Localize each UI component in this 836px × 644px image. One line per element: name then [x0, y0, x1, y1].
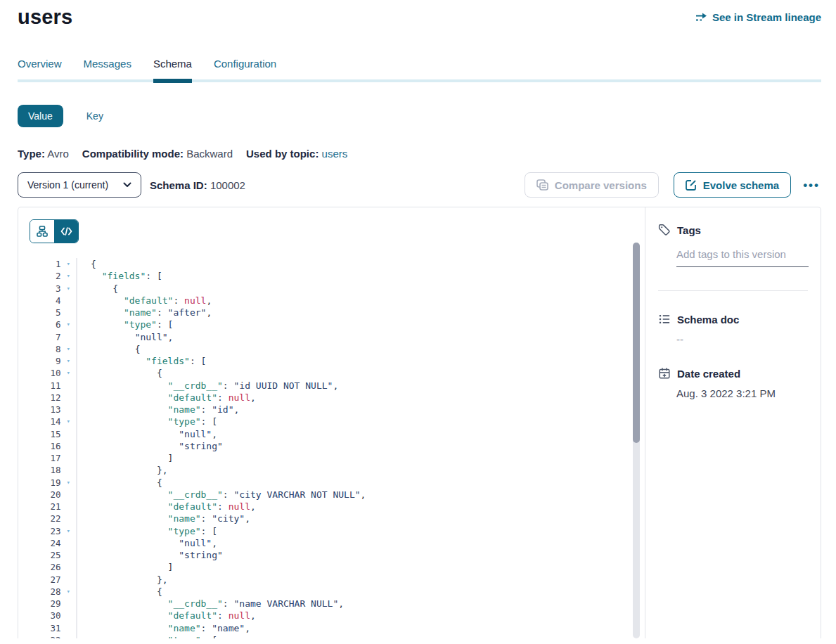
fold-spacer — [61, 404, 76, 416]
calendar-plus-icon — [658, 367, 671, 380]
add-tags-input[interactable] — [676, 248, 809, 267]
line-number: 14 — [18, 416, 61, 427]
line-number: 29 — [18, 598, 61, 610]
fold-toggle-icon[interactable]: ▾ — [61, 416, 76, 427]
code-line: 16 "string" — [18, 440, 645, 452]
sidebar-divider — [658, 290, 808, 291]
code-text: "default": null, — [77, 392, 256, 404]
fold-spacer — [61, 537, 76, 549]
line-number: 3 — [18, 283, 61, 295]
chevron-down-icon — [123, 182, 131, 188]
code-line: 23▾ "type": [ — [18, 525, 645, 537]
code-text: { — [77, 258, 96, 270]
line-number: 31 — [18, 622, 61, 634]
evolve-schema-button[interactable]: Evolve schema — [674, 172, 791, 198]
tree-view-icon — [37, 226, 48, 237]
fold-toggle-icon[interactable]: ▾ — [61, 343, 76, 355]
tab-configuration[interactable]: Configuration — [214, 53, 276, 79]
fold-toggle-icon[interactable]: ▾ — [61, 477, 76, 489]
code-text: "__crdb__": "id UUID NOT NULL", — [77, 380, 338, 392]
code-line: 30 "default": null, — [18, 610, 645, 622]
topic-link[interactable]: users — [322, 148, 348, 160]
version-select[interactable]: Version 1 (current) — [18, 172, 141, 198]
tab-messages[interactable]: Messages — [84, 53, 131, 79]
fold-toggle-icon[interactable]: ▾ — [61, 258, 76, 270]
code-line: 24 "null", — [18, 537, 645, 549]
stream-lineage-icon — [695, 13, 707, 22]
code-text: { — [77, 477, 162, 489]
code-line: 31 "name": "name", — [18, 622, 645, 634]
line-number: 30 — [18, 610, 61, 622]
fold-spacer — [61, 307, 76, 318]
fold-spacer — [61, 464, 76, 476]
code-text: "__crdb__": "city VARCHAR NOT NULL", — [77, 489, 366, 501]
code-line: 19▾ { — [18, 477, 645, 489]
fold-spacer — [61, 489, 76, 501]
line-number: 7 — [18, 331, 61, 343]
fold-toggle-icon[interactable]: ▾ — [61, 270, 76, 282]
key-toggle-link[interactable]: Key — [86, 110, 103, 122]
compare-versions-button[interactable]: Compare versions — [525, 172, 659, 198]
schema-panel: 1▾{2▾ "fields": [3▾ {4 "default": null,5… — [18, 207, 821, 638]
code-text: "string" — [77, 440, 223, 452]
code-line: 10▾ { — [18, 367, 645, 379]
line-number: 26 — [18, 561, 61, 573]
line-number: 10 — [18, 367, 61, 379]
line-number: 28 — [18, 586, 61, 598]
tab-bar: Overview Messages Schema Configuration — [18, 53, 821, 82]
value-toggle-button[interactable]: Value — [18, 105, 63, 127]
code-line: 5 "name": "after", — [18, 307, 645, 318]
date-created-title: Date created — [677, 368, 740, 380]
code-text: "string" — [77, 549, 223, 561]
code-text: "name": "id", — [77, 404, 239, 416]
fold-toggle-icon[interactable]: ▾ — [61, 283, 76, 295]
code-line: 14▾ "type": [ — [18, 416, 645, 427]
line-number: 2 — [18, 270, 61, 282]
code-line: 11 "__crdb__": "id UUID NOT NULL", — [18, 380, 645, 392]
schema-doc-value: -- — [676, 333, 808, 345]
tags-section-header: Tags — [658, 224, 808, 236]
line-number: 16 — [18, 440, 61, 452]
code-line: 4 "default": null, — [18, 295, 645, 307]
schema-doc-header: Schema doc — [658, 313, 808, 326]
line-number: 27 — [18, 574, 61, 586]
stream-lineage-link[interactable]: See in Stream lineage — [695, 11, 821, 23]
fold-spacer — [61, 295, 76, 307]
code-view-button[interactable] — [54, 220, 78, 243]
code-text: { — [77, 586, 162, 598]
fold-toggle-icon[interactable]: ▾ — [61, 634, 76, 638]
code-text: "type": [ — [77, 634, 217, 638]
code-editor-lines: 1▾{2▾ "fields": [3▾ {4 "default": null,5… — [18, 258, 645, 638]
more-actions-menu[interactable]: ••• — [802, 176, 821, 194]
fold-toggle-icon[interactable]: ▾ — [61, 525, 76, 537]
fold-spacer — [61, 561, 76, 573]
used-by-topic: Used by topic: users — [246, 148, 347, 160]
code-text: "null", — [77, 537, 217, 549]
code-text: { — [77, 343, 140, 355]
line-number: 8 — [18, 343, 61, 355]
tab-overview[interactable]: Overview — [18, 53, 62, 79]
fold-toggle-icon[interactable]: ▾ — [61, 355, 76, 367]
tree-view-button[interactable] — [30, 220, 54, 243]
fold-toggle-icon[interactable]: ▾ — [61, 586, 76, 598]
fold-spacer — [61, 513, 76, 524]
code-text: "type": [ — [77, 318, 173, 330]
code-text: "null", — [77, 331, 173, 343]
page-title: users — [18, 6, 72, 29]
code-line: 12 "default": null, — [18, 392, 645, 404]
line-number: 24 — [18, 537, 61, 549]
code-line: 8▾ { — [18, 343, 645, 355]
code-text: ] — [77, 452, 173, 464]
code-text: "name": "name", — [77, 622, 250, 634]
editor-scrollbar-track[interactable] — [633, 243, 640, 638]
tab-schema[interactable]: Schema — [153, 53, 192, 79]
editor-scrollbar-thumb[interactable] — [633, 243, 640, 443]
fold-toggle-icon[interactable]: ▾ — [61, 367, 76, 379]
line-number: 4 — [18, 295, 61, 307]
code-text: "name": "city", — [77, 513, 250, 524]
fold-toggle-icon[interactable]: ▾ — [61, 318, 76, 330]
fold-spacer — [61, 598, 76, 610]
fold-spacer — [61, 622, 76, 634]
schema-id: Schema ID: 100002 — [150, 179, 245, 191]
fold-spacer — [61, 392, 76, 404]
